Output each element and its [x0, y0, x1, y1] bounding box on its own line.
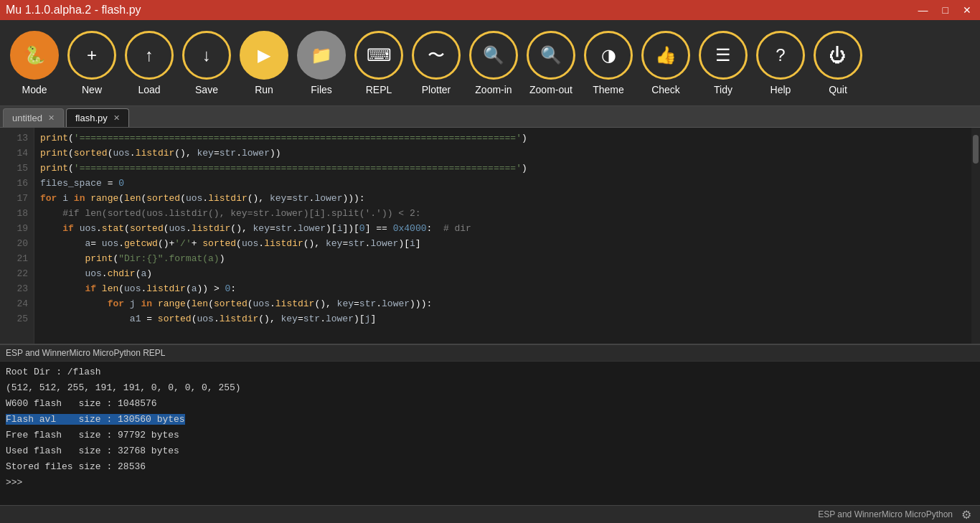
toolbar-zoom-out-label: Zoom-out — [529, 84, 573, 95]
repl-line: Free flash size : 97792 bytes — [6, 428, 974, 443]
toolbar-files-icon: 📁 — [297, 31, 346, 80]
repl-line: Flash avl size : 130560 bytes — [6, 412, 974, 428]
toolbar-zoom-in[interactable]: 🔍Zoom-in — [465, 24, 522, 103]
toolbar-quit-icon: ⏻ — [814, 31, 862, 80]
repl-header-text: ESP and WinnerMicro MicroPython REPL — [6, 348, 166, 358]
toolbar-zoom-out-icon: 🔍 — [527, 31, 575, 80]
close-button[interactable]: ✕ — [960, 4, 974, 16]
toolbar-tidy-icon: ☰ — [699, 31, 748, 80]
toolbar-files-label: Files — [311, 84, 332, 95]
toolbar-zoom-out[interactable]: 🔍Zoom-out — [522, 24, 580, 103]
toolbar-load-icon: ↑ — [125, 31, 174, 80]
repl-line: Used flash size : 32768 bytes — [6, 443, 974, 459]
editor-scrollbar[interactable] — [971, 128, 980, 344]
line-number: 19 — [0, 221, 34, 236]
toolbar-new[interactable]: +New — [63, 24, 121, 103]
code-line: print("Dir:{}".format(a)) — [40, 251, 966, 266]
tabs: untitled✕flash.py✕ — [0, 106, 980, 128]
toolbar-zoom-in-label: Zoom-in — [475, 84, 512, 95]
toolbar-zoom-in-icon: 🔍 — [469, 31, 518, 80]
repl-line: W600 flash size : 1048576 — [6, 396, 974, 412]
code-area[interactable]: print('=================================… — [34, 128, 971, 344]
toolbar-theme-label: Theme — [593, 84, 624, 95]
toolbar-plotter-label: Plotter — [422, 84, 451, 95]
toolbar-help-label: Help — [771, 84, 791, 95]
tab-flash-close[interactable]: ✕ — [113, 113, 120, 123]
code-line: if len(uos.listdir(a)) > 0: — [40, 281, 966, 296]
toolbar-quit-label: Quit — [829, 84, 847, 95]
repl-header: ESP and WinnerMicro MicroPython REPL — [0, 344, 980, 362]
toolbar-run-icon: ▶ — [240, 31, 288, 80]
code-line: for i in range(len(sorted(uos.listdir(),… — [40, 191, 966, 206]
code-line: uos.chdir(a) — [40, 266, 966, 281]
toolbar-check[interactable]: 👍Check — [637, 24, 694, 103]
code-line: a= uos.getcwd()+'/'+ sorted(uos.listdir(… — [40, 236, 966, 251]
repl-line: >>> — [6, 475, 974, 491]
line-number: 14 — [0, 146, 34, 161]
tab-flash[interactable]: flash.py✕ — [66, 108, 129, 127]
toolbar-theme-icon: ◑ — [584, 31, 633, 80]
code-line: #if len(sorted(uos.listdir(), key=str.lo… — [40, 206, 966, 221]
toolbar-help[interactable]: ?Help — [752, 24, 809, 103]
line-number: 17 — [0, 191, 34, 206]
code-line: for j in range(len(sorted(uos.listdir(),… — [40, 296, 966, 311]
code-line: print('=================================… — [40, 131, 966, 146]
status-text: ESP and WinnerMicro MicroPython — [818, 509, 953, 519]
title-bar-text: Mu 1.1.0.alpha.2 - flash.py — [6, 4, 141, 17]
code-line: files_space = 0 — [40, 176, 966, 191]
toolbar-run-label: Run — [255, 84, 273, 95]
code-line: print(sorted(uos.listdir(), key=str.lowe… — [40, 146, 966, 161]
tab-untitled-close[interactable]: ✕ — [48, 113, 55, 123]
toolbar-repl[interactable]: ⌨REPL — [350, 24, 407, 103]
scrollbar-thumb — [973, 135, 979, 164]
repl-line: Stored files size : 28536 — [6, 459, 974, 475]
line-number: 20 — [0, 236, 34, 251]
toolbar-save-icon: ↓ — [182, 31, 231, 80]
toolbar-run[interactable]: ▶Run — [235, 24, 293, 103]
toolbar-repl-icon: ⌨ — [354, 31, 403, 80]
repl-area[interactable]: Root Dir : /flash(512, 512, 255, 191, 19… — [0, 362, 980, 505]
toolbar-mode-icon: 🐍 — [10, 31, 59, 80]
toolbar-mode-label: Mode — [22, 84, 47, 95]
toolbar-help-icon: ? — [756, 31, 805, 80]
code-line: if uos.stat(sorted(uos.listdir(), key=st… — [40, 221, 966, 236]
title-bar: Mu 1.1.0.alpha.2 - flash.py — □ ✕ — [0, 0, 980, 20]
toolbar-plotter[interactable]: 〜Plotter — [407, 24, 465, 103]
toolbar-quit[interactable]: ⏻Quit — [809, 24, 867, 103]
line-number: 25 — [0, 311, 34, 326]
line-numbers: 13141516171819202122232425 — [0, 128, 34, 344]
minimize-button[interactable]: — — [915, 4, 931, 16]
status-bar: ESP and WinnerMicro MicroPython ⚙ — [0, 505, 980, 523]
tab-untitled-label: untitled — [12, 113, 42, 123]
toolbar-tidy-label: Tidy — [714, 84, 732, 95]
gear-icon[interactable]: ⚙ — [958, 506, 974, 522]
line-number: 21 — [0, 251, 34, 266]
line-number: 18 — [0, 206, 34, 221]
repl-line: Root Dir : /flash — [6, 364, 974, 380]
code-line: a1 = sorted(uos.listdir(), key=str.lower… — [40, 311, 966, 326]
tab-untitled[interactable]: untitled✕ — [3, 108, 64, 127]
toolbar-tidy[interactable]: ☰Tidy — [694, 24, 752, 103]
toolbar-mode[interactable]: 🐍Mode — [6, 24, 63, 103]
line-number: 16 — [0, 176, 34, 191]
repl-line: (512, 512, 255, 191, 191, 0, 0, 0, 0, 25… — [6, 380, 974, 396]
toolbar-check-label: Check — [651, 84, 680, 95]
maximize-button[interactable]: □ — [940, 4, 951, 16]
code-line: print('=================================… — [40, 161, 966, 176]
line-number: 13 — [0, 131, 34, 146]
toolbar-save[interactable]: ↓Save — [178, 24, 235, 103]
toolbar-theme[interactable]: ◑Theme — [580, 24, 637, 103]
line-number: 15 — [0, 161, 34, 176]
toolbar-load[interactable]: ↑Load — [121, 24, 178, 103]
toolbar-repl-label: REPL — [366, 84, 392, 95]
toolbar: 🐍Mode+New↑Load↓Save▶Run📁Files⌨REPL〜Plott… — [0, 20, 980, 106]
toolbar-save-label: Save — [195, 84, 218, 95]
toolbar-load-label: Load — [138, 84, 160, 95]
tab-flash-label: flash.py — [75, 113, 108, 123]
toolbar-files[interactable]: 📁Files — [293, 24, 350, 103]
toolbar-check-icon: 👍 — [641, 31, 690, 80]
line-number: 23 — [0, 281, 34, 296]
toolbar-plotter-icon: 〜 — [412, 31, 461, 80]
toolbar-new-icon: + — [67, 31, 116, 80]
line-number: 22 — [0, 266, 34, 281]
